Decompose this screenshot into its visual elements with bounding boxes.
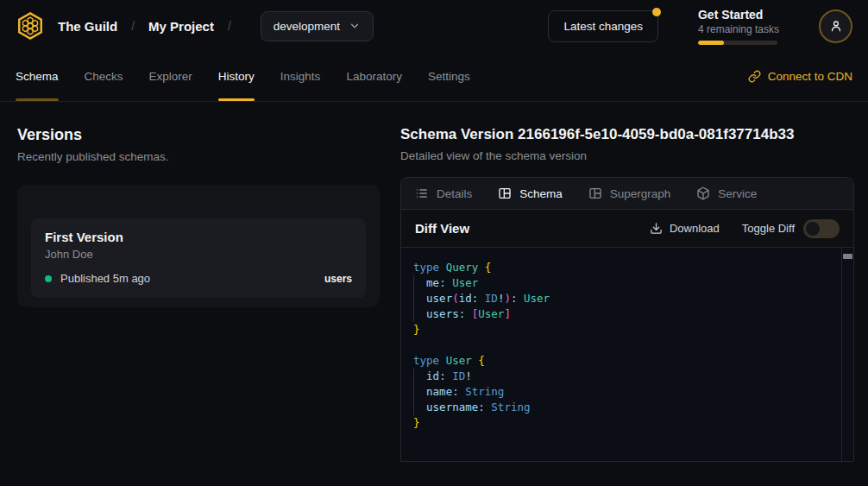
toggle-diff-label: Toggle Diff bbox=[742, 222, 795, 235]
person-icon bbox=[828, 18, 844, 34]
tab-insights[interactable]: Insights bbox=[280, 52, 321, 101]
target-selector-dropdown[interactable]: development bbox=[261, 11, 374, 41]
diff-view-title: Diff View bbox=[415, 221, 469, 236]
tab-label: Insights bbox=[280, 70, 321, 83]
breadcrumb-separator: / bbox=[131, 19, 135, 33]
tab-label: Details bbox=[437, 187, 472, 200]
get-started-progressbar bbox=[698, 41, 777, 45]
layout-icon bbox=[588, 186, 602, 200]
tab-service[interactable]: Service bbox=[696, 186, 757, 200]
version-detail-column: Schema Version 2166196f-5e10-4059-bd0a-0… bbox=[400, 102, 868, 485]
hive-logo-icon[interactable] bbox=[16, 11, 45, 41]
cube-icon bbox=[696, 186, 710, 200]
latest-changes-label: Latest changes bbox=[563, 20, 643, 33]
tab-schema-view[interactable]: Schema bbox=[498, 186, 563, 200]
switch-knob bbox=[806, 222, 820, 236]
header-actions: Latest changes Get Started 4 remaining t… bbox=[548, 8, 852, 45]
code-scrollbar-thumb[interactable] bbox=[843, 254, 852, 259]
diff-actions: Download Toggle Diff bbox=[650, 219, 840, 238]
connect-to-cdn-label: Connect to CDN bbox=[768, 70, 852, 83]
version-view-tabs: Details Schema Supergraph bbox=[401, 178, 853, 210]
org-breadcrumb-link[interactable]: The Guild bbox=[58, 19, 117, 34]
user-avatar[interactable] bbox=[819, 9, 852, 43]
tab-schema[interactable]: Schema bbox=[16, 52, 59, 101]
version-list-item[interactable]: First Version John Doe Published 5m ago … bbox=[31, 218, 366, 298]
tab-details[interactable]: Details bbox=[415, 186, 472, 200]
tab-label: Explorer bbox=[149, 70, 192, 83]
tab-label: Service bbox=[718, 187, 757, 200]
target-selector-value: development bbox=[274, 20, 340, 33]
tab-supergraph[interactable]: Supergraph bbox=[588, 186, 671, 200]
main-content: Versions Recently published schemas. Fir… bbox=[0, 102, 868, 485]
download-icon bbox=[650, 222, 663, 235]
versions-column: Versions Recently published schemas. Fir… bbox=[0, 102, 400, 485]
get-started-widget[interactable]: Get Started 4 remaining tasks bbox=[698, 8, 779, 45]
get-started-title: Get Started bbox=[698, 8, 779, 22]
version-status-row: Published 5m ago users bbox=[45, 272, 352, 285]
project-breadcrumb-link[interactable]: My Project bbox=[148, 19, 214, 34]
tab-label: Schema bbox=[16, 70, 59, 83]
versions-subtitle: Recently published schemas. bbox=[17, 150, 380, 163]
tab-label: Laboratory bbox=[346, 70, 402, 83]
tab-history[interactable]: History bbox=[218, 52, 255, 101]
code-scrollbar-track[interactable] bbox=[841, 248, 853, 461]
latest-changes-button[interactable]: Latest changes bbox=[548, 10, 658, 42]
service-badge: users bbox=[324, 273, 352, 285]
schema-version-subtitle: Detailed view of the schema version bbox=[400, 149, 854, 162]
tab-settings[interactable]: Settings bbox=[428, 52, 470, 101]
target-nav: Schema Checks Explorer History Insights … bbox=[0, 52, 868, 102]
versions-list-card: First Version John Doe Published 5m ago … bbox=[17, 185, 380, 307]
link-icon bbox=[748, 70, 761, 83]
tab-label: Settings bbox=[428, 70, 470, 83]
schema-version-title: Schema Version 2166196f-5e10-4059-bd0a-0… bbox=[400, 126, 854, 143]
notification-dot bbox=[652, 8, 661, 16]
toggle-diff-control: Toggle Diff bbox=[742, 219, 840, 238]
download-button[interactable]: Download bbox=[650, 222, 720, 235]
version-status-text: Published 5m ago bbox=[60, 272, 150, 285]
tab-laboratory[interactable]: Laboratory bbox=[346, 52, 402, 101]
toggle-diff-switch[interactable] bbox=[803, 219, 840, 238]
tab-label: Checks bbox=[85, 70, 123, 83]
tab-explorer[interactable]: Explorer bbox=[149, 52, 192, 101]
tab-label: Supergraph bbox=[610, 187, 671, 200]
get-started-subtitle: 4 remaining tasks bbox=[698, 23, 779, 35]
chevron-down-icon bbox=[349, 20, 361, 32]
tab-checks[interactable]: Checks bbox=[85, 52, 123, 101]
versions-title: Versions bbox=[17, 126, 380, 144]
schema-version-panel: Details Schema Supergraph bbox=[400, 177, 854, 462]
app-header: The Guild / My Project / development Lat… bbox=[0, 0, 868, 52]
tab-label: History bbox=[218, 70, 255, 83]
published-status-dot bbox=[45, 275, 52, 282]
connect-to-cdn-button[interactable]: Connect to CDN bbox=[748, 52, 852, 101]
diff-toolbar: Diff View Download Toggle Diff bbox=[401, 210, 853, 248]
breadcrumb-separator: / bbox=[228, 19, 231, 33]
download-label: Download bbox=[670, 222, 720, 235]
layout-icon bbox=[498, 186, 512, 200]
version-author: John Doe bbox=[45, 248, 352, 261]
schema-code-area[interactable]: type Query { me: User user(id: ID!): Use… bbox=[401, 248, 853, 461]
list-icon bbox=[415, 186, 429, 200]
get-started-progress-fill bbox=[698, 41, 724, 45]
version-name: First Version bbox=[45, 230, 352, 244]
code-view: type Query { me: User user(id: ID!): Use… bbox=[413, 260, 836, 431]
tab-label: Schema bbox=[519, 187, 563, 200]
